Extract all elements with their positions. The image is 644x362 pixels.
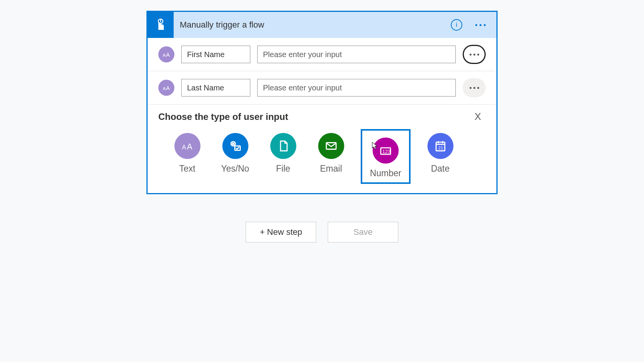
new-step-button[interactable]: + New step	[246, 222, 316, 242]
svg-text:A: A	[163, 86, 166, 91]
type-options-grid: AA Text Yes/No Fil	[158, 129, 486, 184]
svg-text:A: A	[182, 144, 186, 151]
type-label: Number	[370, 168, 401, 179]
type-label: Email	[320, 164, 342, 174]
type-option-file[interactable]: File	[265, 129, 301, 184]
input-row-first-name: AA	[148, 38, 496, 71]
close-icon[interactable]: X	[475, 111, 481, 123]
file-icon	[270, 133, 296, 159]
text-icon: AA	[174, 133, 200, 159]
number-icon: 123	[373, 138, 399, 164]
input-value-field[interactable]	[257, 46, 456, 63]
svg-text:A: A	[166, 85, 170, 91]
trigger-card: Manually trigger a flow i AA AA Choose t…	[146, 11, 498, 194]
date-icon: 21	[427, 133, 453, 159]
type-label: Date	[431, 164, 450, 174]
save-button[interactable]: Save	[328, 222, 398, 242]
type-option-date[interactable]: 21 Date	[422, 129, 458, 184]
text-type-icon: AA	[158, 80, 174, 96]
manual-trigger-icon	[148, 12, 174, 38]
svg-text:A: A	[163, 53, 166, 57]
email-icon	[318, 133, 344, 159]
type-option-number[interactable]: 123 Number	[361, 129, 411, 184]
input-type-chooser: Choose the type of user input X AA Text …	[148, 105, 496, 193]
input-more-button[interactable]	[463, 78, 486, 97]
svg-text:A: A	[166, 52, 170, 58]
trigger-title: Manually trigger a flow	[174, 20, 451, 30]
input-row-last-name: AA	[148, 71, 496, 105]
input-value-field[interactable]	[257, 79, 456, 97]
type-option-email[interactable]: Email	[313, 129, 349, 184]
footer-buttons: + New step Save	[246, 222, 398, 242]
input-name-field[interactable]	[181, 79, 250, 97]
type-label: Yes/No	[221, 164, 249, 174]
svg-text:21: 21	[438, 146, 443, 150]
svg-text:123: 123	[383, 149, 391, 154]
type-label: File	[276, 164, 290, 174]
trigger-more-button[interactable]	[473, 22, 488, 28]
info-icon[interactable]: i	[451, 19, 462, 31]
type-option-yesno[interactable]: Yes/No	[217, 129, 253, 184]
yesno-icon	[222, 133, 248, 159]
svg-text:A: A	[187, 142, 192, 151]
input-more-button[interactable]	[463, 45, 486, 64]
chooser-title: Choose the type of user input	[158, 111, 486, 122]
text-type-icon: AA	[158, 46, 174, 62]
type-label: Text	[179, 164, 195, 174]
type-option-text[interactable]: AA Text	[169, 129, 205, 184]
trigger-header[interactable]: Manually trigger a flow i	[148, 12, 496, 38]
input-name-field[interactable]	[181, 46, 250, 63]
